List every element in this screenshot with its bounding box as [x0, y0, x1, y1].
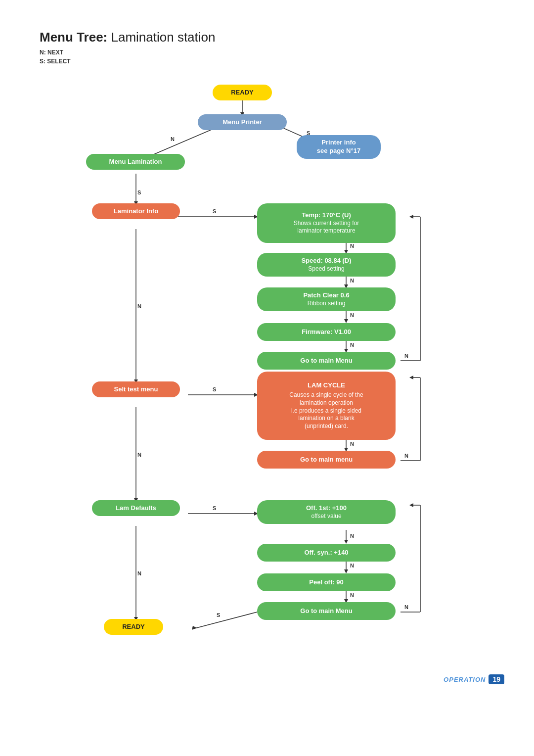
- node-goto-menu3: Go to main Menu: [257, 602, 396, 620]
- svg-text:N: N: [350, 563, 354, 568]
- node-firmware: Firmware: V1.00: [257, 323, 396, 341]
- svg-text:N: N: [171, 136, 175, 142]
- svg-text:N: N: [404, 604, 408, 610]
- svg-marker-30: [409, 215, 413, 219]
- svg-text:S: S: [217, 612, 220, 618]
- node-patch: Patch Clear 0.6 Ribbon setting: [257, 287, 396, 311]
- svg-text:S: S: [213, 505, 216, 511]
- svg-text:N: N: [350, 592, 354, 598]
- footer: OPERATION 19: [444, 674, 504, 684]
- node-lam-defaults: Lam Defaults: [92, 500, 180, 516]
- svg-text:N: N: [404, 353, 408, 359]
- svg-text:N: N: [350, 342, 354, 348]
- node-printer-info: Printer info see page N°17: [297, 135, 381, 159]
- node-menu-printer: Menu Printer: [198, 114, 287, 130]
- svg-marker-64: [409, 503, 413, 507]
- page-title: Menu Tree: Lamination station: [40, 30, 494, 45]
- svg-marker-69: [192, 626, 197, 630]
- node-goto-menu2: Go to main menu: [257, 451, 396, 469]
- node-ready-bottom: READY: [104, 619, 163, 635]
- node-menu-lamination: Menu Lamination: [86, 154, 185, 170]
- node-lam-cycle: LAM CYCLE Causes a single cycle of the l…: [257, 372, 396, 440]
- svg-marker-55: [344, 569, 348, 573]
- svg-text:N: N: [350, 243, 354, 249]
- svg-text:S: S: [137, 189, 141, 195]
- node-off-syn: Off. syn.: +140: [257, 544, 396, 562]
- svg-text:N: N: [137, 452, 141, 458]
- footer-text: OPERATION: [444, 676, 486, 683]
- svg-text:S: S: [213, 386, 216, 392]
- svg-marker-52: [344, 540, 348, 544]
- flow-diagram: S N S S N N: [64, 76, 470, 669]
- svg-text:N: N: [137, 303, 141, 309]
- svg-text:N: N: [404, 453, 408, 459]
- svg-text:N: N: [350, 533, 354, 539]
- svg-text:S: S: [213, 208, 216, 214]
- svg-text:N: N: [137, 570, 141, 576]
- node-peel-off: Peel off: 90: [257, 573, 396, 591]
- node-laminator-info: Laminator Info: [92, 203, 180, 219]
- svg-text:N: N: [350, 312, 354, 318]
- svg-marker-44: [409, 376, 413, 379]
- node-selt-test: Selt test menu: [92, 381, 180, 397]
- footer-page: 19: [489, 674, 504, 684]
- node-temp: Temp: 170°C (U) Shows current setting fo…: [257, 203, 396, 243]
- svg-marker-21: [344, 319, 348, 323]
- svg-text:N: N: [350, 278, 354, 284]
- node-off1st: Off. 1st: +100 offset value: [257, 500, 396, 524]
- svg-line-68: [193, 612, 257, 629]
- node-ready-top: READY: [213, 85, 272, 100]
- node-goto-menu1: Go to main Menu: [257, 352, 396, 370]
- svg-text:N: N: [350, 441, 354, 447]
- node-speed: Speed: 08.84 (D) Speed setting: [257, 253, 396, 277]
- legend: N: NEXT S: SELECT: [40, 48, 494, 66]
